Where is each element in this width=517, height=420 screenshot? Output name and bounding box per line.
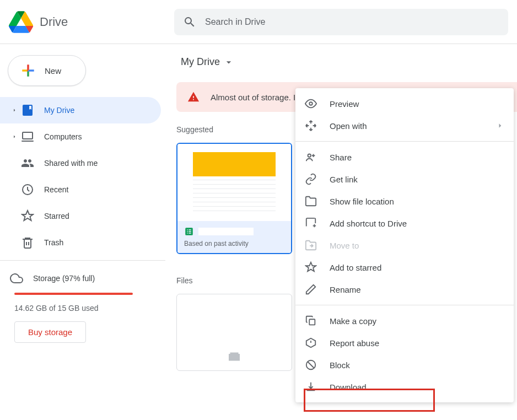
menu-preview[interactable]: Preview [295, 93, 514, 115]
menu-divider [295, 141, 514, 142]
warning-icon [187, 91, 200, 103]
menu-divider [295, 305, 514, 305]
menu-label: Share [330, 153, 505, 162]
my-drive-icon [21, 104, 34, 117]
menu-add-shortcut[interactable]: Add shortcut to Drive [295, 212, 514, 234]
breadcrumb-label: My Drive [181, 56, 220, 68]
sidebar-item-starred[interactable]: Starred [0, 203, 161, 229]
menu-move-to: Move to [295, 234, 514, 256]
svg-rect-3 [230, 353, 239, 354]
file-generic-icon [223, 348, 245, 365]
new-button[interactable]: New [8, 55, 86, 86]
drive-logo-icon [9, 11, 33, 33]
sidebar-item-label: Shared with me [44, 159, 98, 168]
search-icon [183, 15, 196, 29]
chevron-right-icon [11, 133, 18, 140]
menu-rename[interactable]: Rename [295, 278, 514, 300]
menu-label: Preview [330, 99, 505, 109]
sidebar: New My Drive Computers Shared with me Re… [0, 44, 165, 420]
star-icon [21, 209, 34, 223]
shortcut-icon [305, 217, 317, 229]
storage-label: Storage (97% full) [33, 274, 95, 283]
menu-label: Add shortcut to Drive [330, 219, 505, 228]
menu-label: Show file location [330, 197, 505, 206]
storage-used: 14.62 GB of 15 GB used [14, 304, 155, 313]
menu-share[interactable]: Share [295, 146, 514, 168]
menu-label: Get link [330, 175, 505, 184]
breadcrumb[interactable]: My Drive [176, 53, 239, 71]
menu-get-link[interactable]: Get link [295, 168, 514, 190]
sidebar-item-shared[interactable]: Shared with me [0, 150, 161, 176]
open-with-icon [305, 120, 317, 132]
move-icon [305, 239, 317, 251]
computers-icon [21, 130, 34, 143]
storage-header[interactable]: Storage (97% full) [10, 272, 155, 285]
link-icon [305, 173, 317, 185]
divider [0, 260, 165, 261]
chevron-right-icon [11, 107, 18, 114]
sidebar-item-label: Computers [44, 132, 82, 141]
menu-label: Add to starred [330, 263, 505, 272]
download-icon [305, 381, 317, 393]
new-button-label: New [45, 66, 61, 76]
sidebar-item-computers[interactable]: Computers [0, 123, 161, 150]
menu-label: Report abuse [330, 338, 505, 348]
menu-label: Move to [330, 241, 505, 250]
menu-block[interactable]: Block [295, 354, 514, 376]
block-icon [305, 359, 317, 371]
menu-make-copy[interactable]: Make a copy [295, 310, 514, 332]
sidebar-item-my-drive[interactable]: My Drive [0, 97, 161, 123]
chevron-right-icon [495, 121, 505, 131]
card-subtitle: Based on past activity [184, 240, 284, 247]
svg-rect-0 [23, 132, 33, 139]
star-icon [305, 261, 317, 273]
sidebar-item-label: My Drive [44, 106, 74, 115]
menu-show-location[interactable]: Show file location [295, 190, 514, 212]
menu-report-abuse[interactable]: Report abuse [295, 332, 514, 354]
svg-rect-2 [229, 354, 240, 361]
shared-icon [21, 157, 34, 170]
card-preview [177, 144, 291, 221]
menu-add-starred[interactable]: Add to starred [295, 256, 514, 278]
sidebar-item-label: Trash [44, 238, 63, 247]
trash-icon [21, 236, 34, 249]
sheets-icon [184, 227, 194, 236]
header: Drive Search in Drive [0, 0, 517, 44]
sidebar-item-recent[interactable]: Recent [0, 176, 161, 203]
dropdown-icon [223, 57, 234, 68]
menu-label: Open with [330, 121, 495, 131]
suggested-card[interactable]: Based on past activity [176, 143, 292, 254]
menu-label: Download [330, 383, 505, 392]
menu-download[interactable]: Download [295, 376, 514, 398]
menu-label: Rename [330, 285, 505, 294]
svg-point-5 [308, 154, 311, 158]
copy-icon [305, 315, 317, 327]
card-footer: Based on past activity [177, 221, 291, 253]
sidebar-item-label: Starred [44, 212, 69, 220]
preview-icon [305, 98, 317, 110]
plus-icon [19, 62, 37, 79]
cloud-icon [10, 272, 23, 285]
menu-open-with[interactable]: Open with [295, 115, 514, 137]
sidebar-item-label: Recent [44, 185, 68, 194]
buy-storage-button[interactable]: Buy storage [14, 321, 86, 343]
menu-label: Block [330, 360, 505, 370]
folder-icon [305, 195, 317, 207]
svg-rect-6 [309, 319, 315, 325]
svg-point-4 [309, 102, 313, 105]
file-name-redacted [198, 228, 254, 235]
storage-bar [14, 293, 133, 295]
rename-icon [305, 283, 317, 295]
search-placeholder: Search in Drive [205, 17, 265, 27]
drive-title: Drive [40, 15, 68, 29]
share-icon [305, 151, 317, 163]
sidebar-item-trash[interactable]: Trash [0, 229, 161, 256]
storage-section: Storage (97% full) 14.62 GB of 15 GB use… [0, 265, 165, 349]
menu-label: Make a copy [330, 316, 505, 326]
spreadsheet-thumb [193, 152, 276, 213]
recent-icon [21, 183, 34, 196]
file-card[interactable] [176, 294, 292, 371]
context-menu: Preview Open with Share Get link Show fi… [295, 88, 514, 402]
search-bar[interactable]: Search in Drive [174, 9, 508, 35]
logo-area[interactable]: Drive [9, 11, 174, 33]
